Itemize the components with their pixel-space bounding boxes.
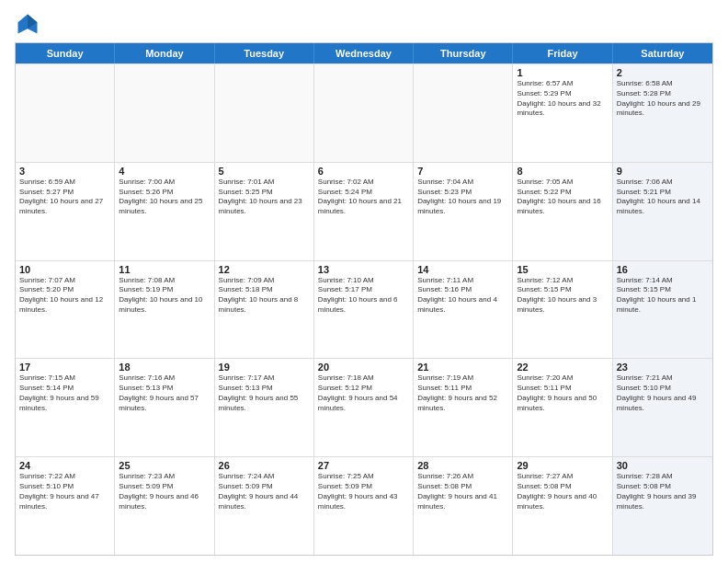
day-number: 24 (19, 460, 110, 471)
calendar-cell: 13Sunrise: 7:10 AM Sunset: 5:17 PM Dayli… (314, 261, 414, 359)
day-number: 9 (617, 166, 709, 177)
header-day: Sunday (16, 43, 115, 63)
day-info: Sunrise: 7:11 AM Sunset: 5:16 PM Dayligh… (417, 276, 508, 316)
calendar-cell (16, 64, 115, 162)
logo (15, 11, 44, 37)
calendar-cell (414, 64, 513, 162)
calendar-cell: 19Sunrise: 7:17 AM Sunset: 5:13 PM Dayli… (215, 359, 314, 456)
calendar-cell: 29Sunrise: 7:27 AM Sunset: 5:08 PM Dayli… (513, 457, 612, 555)
calendar-row: 24Sunrise: 7:22 AM Sunset: 5:10 PM Dayli… (16, 456, 712, 555)
calendar-cell (115, 64, 214, 162)
day-number: 1 (517, 67, 608, 78)
header-day: Friday (513, 43, 612, 63)
calendar-cell: 28Sunrise: 7:26 AM Sunset: 5:08 PM Dayli… (414, 457, 513, 555)
calendar-cell: 17Sunrise: 7:15 AM Sunset: 5:14 PM Dayli… (16, 359, 115, 456)
calendar-cell: 2Sunrise: 6:58 AM Sunset: 5:28 PM Daylig… (613, 64, 712, 162)
calendar-cell: 16Sunrise: 7:14 AM Sunset: 5:15 PM Dayli… (613, 261, 712, 359)
day-info: Sunrise: 7:12 AM Sunset: 5:15 PM Dayligh… (517, 276, 608, 316)
header (15, 11, 713, 37)
calendar-cell: 25Sunrise: 7:23 AM Sunset: 5:09 PM Dayli… (115, 457, 214, 555)
header-day: Tuesday (215, 43, 314, 63)
day-info: Sunrise: 7:09 AM Sunset: 5:18 PM Dayligh… (219, 276, 310, 316)
day-info: Sunrise: 7:06 AM Sunset: 5:21 PM Dayligh… (617, 178, 709, 217)
day-number: 2 (617, 67, 709, 78)
header-day: Saturday (613, 43, 712, 63)
calendar-cell (314, 64, 414, 162)
calendar-row: 17Sunrise: 7:15 AM Sunset: 5:14 PM Dayli… (16, 358, 712, 456)
day-number: 21 (417, 362, 508, 373)
day-number: 17 (19, 362, 110, 373)
day-info: Sunrise: 7:01 AM Sunset: 5:25 PM Dayligh… (219, 178, 310, 217)
day-number: 29 (517, 460, 608, 471)
day-number: 20 (318, 362, 409, 373)
day-number: 14 (417, 264, 508, 275)
day-info: Sunrise: 7:16 AM Sunset: 5:13 PM Dayligh… (119, 373, 210, 413)
logo-icon (15, 11, 40, 37)
day-info: Sunrise: 7:26 AM Sunset: 5:08 PM Dayligh… (417, 472, 508, 511)
day-number: 5 (219, 166, 310, 177)
calendar-cell: 5Sunrise: 7:01 AM Sunset: 5:25 PM Daylig… (215, 163, 314, 260)
calendar-cell: 20Sunrise: 7:18 AM Sunset: 5:12 PM Dayli… (314, 359, 414, 456)
calendar-cell: 12Sunrise: 7:09 AM Sunset: 5:18 PM Dayli… (215, 261, 314, 359)
day-info: Sunrise: 7:04 AM Sunset: 5:23 PM Dayligh… (417, 178, 508, 217)
day-number: 12 (219, 264, 310, 275)
header-day: Wednesday (314, 43, 414, 63)
day-number: 4 (119, 166, 210, 177)
calendar-row: 10Sunrise: 7:07 AM Sunset: 5:20 PM Dayli… (16, 260, 712, 359)
day-info: Sunrise: 7:27 AM Sunset: 5:08 PM Dayligh… (517, 472, 608, 511)
calendar-cell: 3Sunrise: 6:59 AM Sunset: 5:27 PM Daylig… (16, 163, 115, 260)
day-info: Sunrise: 7:15 AM Sunset: 5:14 PM Dayligh… (19, 373, 110, 413)
day-info: Sunrise: 7:08 AM Sunset: 5:19 PM Dayligh… (119, 276, 210, 316)
header-day: Monday (115, 43, 214, 63)
day-info: Sunrise: 7:07 AM Sunset: 5:20 PM Dayligh… (19, 276, 110, 316)
day-number: 23 (617, 362, 709, 373)
day-info: Sunrise: 6:57 AM Sunset: 5:29 PM Dayligh… (517, 79, 608, 119)
day-info: Sunrise: 7:24 AM Sunset: 5:09 PM Dayligh… (219, 472, 310, 511)
calendar-cell: 21Sunrise: 7:19 AM Sunset: 5:11 PM Dayli… (414, 359, 513, 456)
header-day: Thursday (414, 43, 513, 63)
day-number: 13 (318, 264, 409, 275)
calendar-cell: 30Sunrise: 7:28 AM Sunset: 5:08 PM Dayli… (613, 457, 712, 555)
day-info: Sunrise: 7:17 AM Sunset: 5:13 PM Dayligh… (219, 373, 310, 413)
calendar: SundayMondayTuesdayWednesdayThursdayFrid… (15, 42, 713, 556)
day-info: Sunrise: 7:05 AM Sunset: 5:22 PM Dayligh… (517, 178, 608, 217)
calendar-row: 1Sunrise: 6:57 AM Sunset: 5:29 PM Daylig… (16, 63, 712, 162)
day-info: Sunrise: 6:59 AM Sunset: 5:27 PM Dayligh… (19, 178, 110, 217)
day-number: 7 (417, 166, 508, 177)
calendar-header: SundayMondayTuesdayWednesdayThursdayFrid… (16, 43, 712, 63)
calendar-cell: 8Sunrise: 7:05 AM Sunset: 5:22 PM Daylig… (513, 163, 612, 260)
day-number: 30 (617, 460, 709, 471)
day-info: Sunrise: 7:20 AM Sunset: 5:11 PM Dayligh… (517, 373, 608, 413)
calendar-cell: 4Sunrise: 7:00 AM Sunset: 5:26 PM Daylig… (115, 163, 214, 260)
page: SundayMondayTuesdayWednesdayThursdayFrid… (0, 0, 728, 563)
calendar-cell: 10Sunrise: 7:07 AM Sunset: 5:20 PM Dayli… (16, 261, 115, 359)
day-number: 10 (19, 264, 110, 275)
day-info: Sunrise: 7:00 AM Sunset: 5:26 PM Dayligh… (119, 178, 210, 217)
day-number: 28 (417, 460, 508, 471)
day-number: 22 (517, 362, 608, 373)
day-info: Sunrise: 7:10 AM Sunset: 5:17 PM Dayligh… (318, 276, 409, 316)
calendar-cell: 26Sunrise: 7:24 AM Sunset: 5:09 PM Dayli… (215, 457, 314, 555)
calendar-cell: 15Sunrise: 7:12 AM Sunset: 5:15 PM Dayli… (513, 261, 612, 359)
day-number: 16 (617, 264, 709, 275)
calendar-cell: 7Sunrise: 7:04 AM Sunset: 5:23 PM Daylig… (414, 163, 513, 260)
day-info: Sunrise: 7:25 AM Sunset: 5:09 PM Dayligh… (318, 472, 409, 511)
day-info: Sunrise: 7:22 AM Sunset: 5:10 PM Dayligh… (19, 472, 110, 511)
day-info: Sunrise: 7:23 AM Sunset: 5:09 PM Dayligh… (119, 472, 210, 511)
day-number: 18 (119, 362, 210, 373)
day-number: 15 (517, 264, 608, 275)
calendar-body: 1Sunrise: 6:57 AM Sunset: 5:29 PM Daylig… (16, 63, 712, 555)
day-number: 8 (517, 166, 608, 177)
calendar-cell: 1Sunrise: 6:57 AM Sunset: 5:29 PM Daylig… (513, 64, 612, 162)
day-info: Sunrise: 6:58 AM Sunset: 5:28 PM Dayligh… (617, 79, 709, 119)
calendar-cell: 24Sunrise: 7:22 AM Sunset: 5:10 PM Dayli… (16, 457, 115, 555)
day-number: 3 (19, 166, 110, 177)
calendar-cell: 14Sunrise: 7:11 AM Sunset: 5:16 PM Dayli… (414, 261, 513, 359)
calendar-cell (215, 64, 314, 162)
day-info: Sunrise: 7:02 AM Sunset: 5:24 PM Dayligh… (318, 178, 409, 217)
day-number: 27 (318, 460, 409, 471)
day-number: 11 (119, 264, 210, 275)
calendar-cell: 22Sunrise: 7:20 AM Sunset: 5:11 PM Dayli… (513, 359, 612, 456)
calendar-cell: 11Sunrise: 7:08 AM Sunset: 5:19 PM Dayli… (115, 261, 214, 359)
day-number: 19 (219, 362, 310, 373)
